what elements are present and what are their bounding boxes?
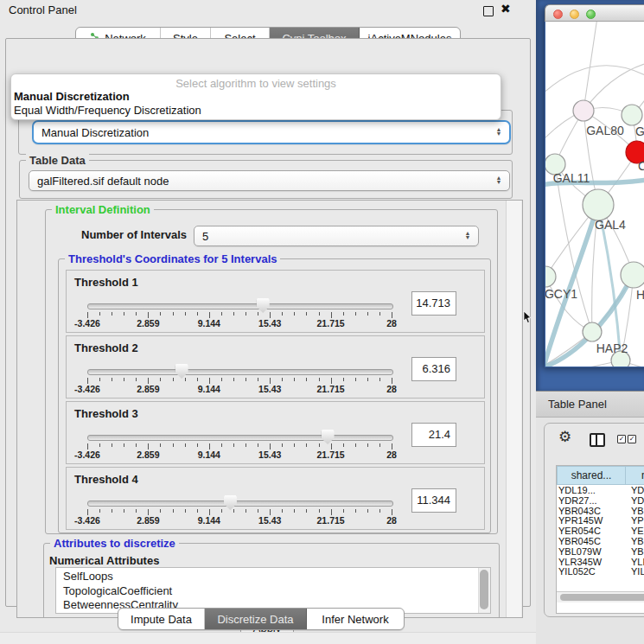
combo-arrows-icon: ▲▼	[492, 128, 506, 137]
slider-thumb[interactable]	[224, 495, 237, 510]
tick-label: 2.859	[137, 318, 159, 328]
slider-thumb[interactable]	[322, 430, 335, 444]
popup-item-equal-width[interactable]: Equal Width/Frequency Discretization	[14, 104, 201, 117]
bottom-tab-infer-network[interactable]: Infer Network	[307, 609, 404, 629]
popup-item-manual-discretization[interactable]: Manual Discretization	[14, 90, 130, 103]
table-cell: YIL052C	[627, 566, 644, 577]
columns-icon[interactable]	[590, 433, 605, 447]
tick-label: 2.859	[137, 384, 159, 394]
attributes-scrollbar-thumb[interactable]	[480, 570, 488, 609]
tick-mark	[136, 312, 137, 316]
network-node[interactable]	[583, 322, 602, 341]
tick-mark	[197, 312, 198, 316]
table-row[interactable]: YBR045CYBR045C	[557, 536, 644, 546]
table-hscrollbar-thumb[interactable]	[560, 594, 644, 601]
float-window-icon[interactable]	[483, 6, 494, 16]
tick-mark	[258, 443, 258, 447]
threshold-value-field[interactable]: 14.713	[411, 291, 456, 316]
threshold-value-field[interactable]: 11.344	[411, 488, 456, 513]
close-icon[interactable]: ✖	[501, 2, 511, 16]
network-edge	[583, 61, 644, 111]
number-of-intervals-select[interactable]: 5 ▲▼	[194, 226, 479, 246]
algorithm-select[interactable]: Manual Discretization ▲▼	[32, 120, 511, 144]
slider-thumb[interactable]	[175, 364, 188, 379]
attribute-list-item[interactable]: SelfLoops	[56, 570, 490, 584]
close-traffic-light-icon[interactable]	[553, 10, 563, 19]
tick-mark	[306, 509, 307, 513]
popup-placeholder-item[interactable]: Select algorithm to view settings	[11, 77, 501, 90]
table-row[interactable]: YDL19...YDL19...	[557, 485, 644, 495]
tick-mark	[367, 312, 368, 316]
tick-mark	[392, 509, 392, 515]
tick-mark	[160, 443, 161, 447]
slider-track[interactable]	[87, 303, 393, 309]
panel-scrollbar[interactable]	[506, 201, 521, 617]
tick-mark	[160, 312, 161, 316]
threshold-value-field[interactable]: 21.4	[411, 423, 456, 447]
zoom-traffic-light-icon[interactable]	[586, 10, 596, 19]
table-row[interactable]: YDR27...YDR27...	[557, 495, 644, 506]
threshold-label: Threshold 3	[74, 407, 138, 420]
attribute-list-item[interactable]: TopologicalCoefficient	[56, 584, 490, 599]
tick-label: 21.715	[317, 318, 345, 328]
table-row[interactable]: YLR345WYLR345W	[557, 557, 644, 567]
table-horizontal-scrollbar[interactable]	[557, 591, 644, 603]
checkbox-icon[interactable]: ✓	[617, 435, 626, 443]
network-node[interactable]	[583, 189, 614, 220]
thresholds-title: Threshold's Coordinates for 5 Intervals	[65, 252, 280, 265]
network-node[interactable]	[573, 100, 594, 121]
tick-label: 2.859	[137, 515, 159, 526]
tick-label: 2.859	[137, 450, 159, 460]
tick-mark	[173, 378, 174, 381]
slider-track[interactable]	[87, 369, 393, 375]
table-row[interactable]: YPR145WYPR145W	[557, 515, 644, 526]
bottom-strip	[0, 632, 536, 644]
slider-track[interactable]	[87, 501, 393, 507]
table-row[interactable]: YBL079WYBL079W	[557, 546, 644, 557]
table-column-header[interactable]: shared...	[557, 466, 625, 485]
network-canvas[interactable]: GAL80GACGAL11GAL4GCY1HHAP2	[545, 22, 644, 367]
table-cell: YDL19...	[627, 485, 644, 495]
network-node[interactable]	[622, 105, 642, 125]
tick-mark	[270, 443, 271, 450]
tick-mark	[294, 378, 295, 381]
network-window-titlebar[interactable]	[545, 4, 644, 22]
tick-mark	[282, 378, 283, 381]
table-panel-container: ⚙ ✓ ✓ shared...na YDL19...YDL19...YDR27.…	[544, 423, 644, 617]
table-cell: YBL079W	[557, 546, 627, 557]
network-node-label: C	[638, 159, 644, 173]
bottom-tab-discretize-data[interactable]: Discretize Data	[205, 609, 307, 629]
table-data-select[interactable]: galFiltered.sif default node ▲▼	[29, 170, 510, 191]
tick-mark	[233, 509, 234, 513]
tick-mark	[331, 509, 332, 515]
tick-mark	[367, 378, 368, 381]
table-row[interactable]: YIL052CYIL052C	[557, 566, 644, 577]
attributes-scrollbar[interactable]	[478, 568, 490, 613]
slider-track[interactable]	[87, 435, 393, 441]
network-node[interactable]	[621, 262, 644, 288]
network-node[interactable]	[545, 266, 556, 287]
table-data-group: Table Data galFiltered.sif default node …	[19, 160, 513, 199]
table-row[interactable]: YER054CYER054C	[557, 526, 644, 536]
table-cell: YIL052C	[557, 566, 627, 577]
tick-mark	[331, 378, 332, 384]
minimize-traffic-light-icon[interactable]	[570, 10, 579, 19]
bottom-tab-impute-data[interactable]: Impute Data	[118, 609, 205, 629]
tick-mark	[160, 509, 161, 513]
table-cell: YDR27...	[627, 495, 644, 506]
bottom-tab-label: Discretize Data	[217, 613, 293, 626]
tick-mark	[379, 378, 380, 381]
mouse-cursor	[523, 311, 533, 325]
table-cell: YBR045C	[557, 536, 627, 546]
numerical-attributes-list[interactable]: SelfLoopsTopologicalCoefficientBetweenne…	[55, 567, 491, 614]
tick-label: -3.426	[74, 318, 100, 328]
checkbox-icon[interactable]: ✓	[628, 435, 636, 443]
table-column-header[interactable]: na	[625, 466, 644, 485]
threshold-value-field[interactable]: 6.316	[411, 357, 456, 381]
slider-thumb[interactable]	[257, 298, 270, 313]
table-row[interactable]: YBR043CYBR043C	[557, 506, 644, 516]
tick-label: -3.426	[74, 450, 100, 460]
gear-icon[interactable]: ⚙	[558, 430, 571, 444]
tick-mark	[343, 509, 344, 513]
threshold-panel-4: Threshold 4-3.4262.8599.14415.4321.71528…	[66, 467, 485, 530]
